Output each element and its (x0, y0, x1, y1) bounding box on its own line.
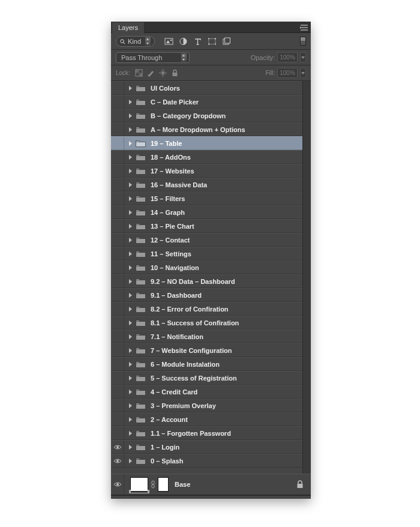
layer-row[interactable]: UI Colors (111, 81, 302, 95)
visibility-toggle[interactable] (111, 441, 124, 453)
visibility-toggle[interactable] (111, 206, 124, 218)
layer-row[interactable]: 8.1 – Success of Confiration (111, 316, 302, 330)
disclosure-triangle-icon[interactable] (129, 196, 132, 201)
layer-name[interactable]: 3 – Premium Overlay (151, 402, 216, 409)
layer-name[interactable]: 8.2 – Error of Confiration (151, 306, 229, 313)
layer-name[interactable]: 15 – Filters (151, 195, 185, 202)
visibility-toggle[interactable] (111, 220, 124, 232)
visibility-toggle[interactable] (111, 95, 124, 108)
visibility-toggle[interactable] (111, 233, 124, 246)
disclosure-triangle-icon[interactable] (129, 362, 132, 367)
layer-row[interactable]: A – More Dropdown + Options (111, 122, 302, 136)
layer-row[interactable]: 4 – Credit Card (111, 385, 302, 399)
visibility-toggle[interactable] (111, 82, 124, 94)
adjustment-layer-filter-icon[interactable] (179, 37, 188, 46)
visibility-toggle[interactable] (111, 137, 124, 149)
visibility-toggle[interactable] (111, 151, 124, 163)
visibility-toggle[interactable] (111, 261, 124, 274)
layer-row[interactable]: 13 – Pie Chart (111, 219, 302, 233)
layer-name[interactable]: 5 – Success of Registration (151, 375, 237, 382)
visibility-toggle[interactable] (111, 399, 124, 412)
layer-row[interactable]: 11 – Settings (111, 247, 302, 260)
layer-row[interactable]: 2 – Account (111, 412, 302, 426)
layer-row[interactable]: 18 – AddOns (111, 150, 302, 164)
layer-name[interactable]: 14 – Graph (151, 209, 185, 216)
opacity-dropdown-icon[interactable] (300, 52, 306, 62)
disclosure-triangle-icon[interactable] (129, 417, 132, 422)
disclosure-triangle-icon[interactable] (129, 113, 132, 118)
base-layer-row[interactable]: Base (111, 474, 311, 495)
blend-mode-select[interactable]: Pass Through (116, 52, 190, 63)
scrollbar[interactable] (302, 81, 311, 474)
disclosure-triangle-icon[interactable] (129, 265, 132, 270)
layer-row[interactable]: 6 – Module Instalation (111, 357, 302, 371)
disclosure-triangle-icon[interactable] (129, 127, 132, 132)
disclosure-triangle-icon[interactable] (129, 321, 132, 325)
filter-color-chip[interactable] (300, 37, 306, 46)
layer-name[interactable]: 11 – Settings (151, 250, 191, 257)
visibility-toggle[interactable] (111, 316, 124, 329)
layer-name[interactable]: A – More Dropdown + Options (151, 126, 245, 133)
lock-all-icon[interactable] (171, 69, 179, 77)
disclosure-triangle-icon[interactable] (129, 445, 132, 450)
visibility-toggle[interactable] (111, 109, 124, 122)
shape-layer-filter-icon[interactable] (208, 37, 217, 46)
disclosure-triangle-icon[interactable] (129, 293, 132, 298)
visibility-toggle[interactable] (111, 247, 124, 260)
mask-thumbnail[interactable] (158, 477, 169, 492)
layer-row[interactable]: 12 – Contact (111, 233, 302, 247)
layer-row[interactable]: 0 – Splash (111, 454, 302, 468)
disclosure-triangle-icon[interactable] (129, 169, 132, 173)
layer-row[interactable]: 9.1 – Dashboard (111, 288, 302, 302)
disclosure-triangle-icon[interactable] (129, 403, 132, 408)
layer-name[interactable]: 4 – Credit Card (151, 388, 197, 396)
layer-name[interactable]: 9.2 – NO Data – Dashboard (151, 278, 235, 285)
layer-name[interactable]: Base (175, 481, 190, 488)
layer-row[interactable]: 10 – Navigation (111, 260, 302, 274)
layer-row[interactable]: 8.2 – Error of Confiration (111, 302, 302, 316)
layer-name[interactable]: 17 – Websites (151, 167, 194, 175)
mask-link-icon[interactable] (151, 480, 155, 489)
disclosure-triangle-icon[interactable] (129, 86, 132, 91)
visibility-toggle[interactable] (111, 474, 124, 495)
layer-row[interactable]: 9.2 – NO Data – Dashboard (111, 274, 302, 288)
layer-name[interactable]: 16 – Massive Data (151, 181, 207, 188)
layer-row[interactable]: 16 – Massive Data (111, 178, 302, 191)
disclosure-triangle-icon[interactable] (129, 334, 132, 339)
layer-name[interactable]: C – Date Picker (151, 98, 199, 106)
panel-tab-layers[interactable]: Layers (112, 22, 145, 34)
disclosure-triangle-icon[interactable] (129, 224, 132, 229)
layer-name[interactable]: UI Colors (151, 85, 180, 92)
layer-row[interactable]: 15 – Filters (111, 191, 302, 205)
disclosure-triangle-icon[interactable] (129, 376, 132, 381)
visibility-toggle[interactable] (111, 413, 124, 426)
layer-name[interactable]: 0 – Splash (151, 457, 183, 465)
layer-row[interactable]: 19 – Table (111, 136, 302, 150)
disclosure-triangle-icon[interactable] (129, 348, 132, 353)
visibility-toggle[interactable] (111, 303, 124, 315)
visibility-toggle[interactable] (111, 164, 124, 177)
layer-row[interactable]: 17 – Websites (111, 164, 302, 178)
disclosure-triangle-icon[interactable] (129, 210, 132, 215)
fill-dropdown-icon[interactable] (300, 68, 306, 78)
disclosure-triangle-icon[interactable] (129, 307, 132, 312)
visibility-toggle[interactable] (111, 344, 124, 357)
disclosure-triangle-icon[interactable] (129, 100, 132, 104)
visibility-toggle[interactable] (111, 330, 124, 343)
filter-kind-select[interactable]: Kind (116, 36, 155, 47)
disclosure-triangle-icon[interactable] (129, 459, 132, 463)
pixel-layer-filter-icon[interactable] (164, 37, 173, 46)
disclosure-triangle-icon[interactable] (129, 251, 132, 256)
layer-row[interactable]: 3 – Premium Overlay (111, 399, 302, 412)
lock-transparency-icon[interactable] (135, 69, 143, 77)
layer-row[interactable]: 14 – Graph (111, 205, 302, 219)
disclosure-triangle-icon[interactable] (129, 155, 132, 160)
type-layer-filter-icon[interactable] (193, 37, 202, 46)
layer-row[interactable]: 7 – Website Configuration (111, 343, 302, 357)
layer-row[interactable]: C – Date Picker (111, 95, 302, 109)
layer-name[interactable]: B – Category Dropdown (151, 112, 226, 119)
disclosure-triangle-icon[interactable] (129, 141, 132, 146)
layer-name[interactable]: 6 – Module Instalation (151, 361, 220, 368)
visibility-toggle[interactable] (111, 454, 124, 467)
layer-thumbnail[interactable] (130, 477, 148, 492)
